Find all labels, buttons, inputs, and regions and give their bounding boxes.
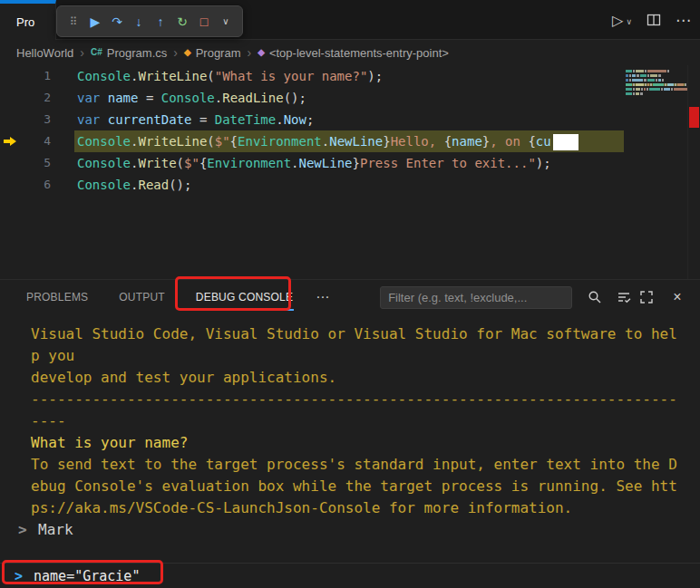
minimap-line bbox=[626, 74, 685, 77]
chevron-right-icon: › bbox=[173, 45, 178, 60]
panel-tab-debug-console[interactable]: DEBUG CONSOLE bbox=[180, 280, 308, 314]
line-number: 2 bbox=[27, 87, 51, 109]
breakpoint-gutter-current[interactable] bbox=[0, 130, 27, 152]
console-input-echo: >Mark bbox=[38, 519, 693, 541]
filter-lines-icon bbox=[617, 290, 631, 304]
code-editor: 1Console.WriteLine("What is your name?")… bbox=[0, 65, 700, 279]
code-line-5[interactable]: 5Console.Write($"{Environment.NewLine}Pr… bbox=[0, 152, 624, 174]
console-output-line: develop and test your applications. bbox=[31, 367, 685, 389]
breadcrumb-item[interactable]: ◆<top-level-statements-entry-point> bbox=[258, 46, 449, 60]
code-text: var name = Console.ReadLine(); bbox=[51, 87, 306, 109]
minimap-line bbox=[626, 79, 685, 82]
debug-line-marker bbox=[689, 107, 699, 128]
code-line-1[interactable]: 1Console.WriteLine("What is your name?")… bbox=[0, 65, 624, 87]
code-text: Console.Read(); bbox=[51, 174, 191, 196]
chevron-down-icon: ∨ bbox=[626, 17, 632, 26]
console-output[interactable]: Visual Studio Code, Visual Studio or Vis… bbox=[0, 314, 700, 564]
console-output-line: Visual Studio Code, Visual Studio or Vis… bbox=[31, 323, 685, 367]
input-echo-arrow-icon: > bbox=[18, 519, 27, 541]
minimap-line bbox=[626, 88, 685, 91]
code-line-6[interactable]: 6Console.Read(); bbox=[0, 174, 624, 196]
breadcrumb-item[interactable]: ◆Program bbox=[184, 46, 241, 60]
panel-tab-output[interactable]: OUTPUT bbox=[103, 280, 180, 314]
filter-options-button[interactable] bbox=[614, 287, 634, 307]
console-output-line: What is your name? bbox=[31, 432, 685, 454]
minimap-line bbox=[626, 83, 685, 86]
breakpoint-gutter[interactable] bbox=[0, 65, 27, 87]
breadcrumb-label: <top-level-statements-entry-point> bbox=[269, 46, 449, 60]
code-text: Console.WriteLine($"{Environment.NewLine… bbox=[51, 130, 578, 152]
search-icon bbox=[588, 290, 602, 304]
symbol-method-icon: ◆ bbox=[258, 48, 265, 57]
step-into-button[interactable]: ↓ bbox=[128, 10, 150, 34]
chevron-right-icon: › bbox=[80, 45, 84, 60]
panel-tab-problems[interactable]: PROBLEMS bbox=[11, 280, 103, 314]
debug-console-input[interactable]: > name="Gracie" bbox=[0, 563, 700, 588]
editor-actions: ▷ ∨ ⋯ bbox=[612, 0, 691, 40]
breadcrumb-label: Program bbox=[196, 46, 241, 60]
play-icon: ▷ bbox=[612, 12, 623, 29]
split-editor-button[interactable] bbox=[647, 13, 661, 27]
continue-button[interactable]: ▶ bbox=[84, 10, 106, 34]
code-line-4[interactable]: 4Console.WriteLine($"{Environment.NewLin… bbox=[0, 130, 624, 152]
line-number: 1 bbox=[27, 65, 51, 87]
breadcrumb-label: HelloWorld bbox=[16, 46, 73, 60]
drag-handle[interactable]: ⠿ bbox=[63, 10, 84, 34]
close-panel-button[interactable]: × bbox=[667, 287, 687, 307]
maximize-panel-button[interactable] bbox=[637, 287, 656, 307]
symbol-class-icon: ◆ bbox=[184, 48, 191, 57]
restart-button[interactable]: ↻ bbox=[171, 10, 193, 34]
breakpoint-gutter[interactable] bbox=[0, 109, 27, 130]
panel-tabs: PROBLEMSOUTPUTDEBUG CONSOLE bbox=[11, 280, 308, 314]
breakpoint-gutter[interactable] bbox=[0, 152, 27, 174]
minimap[interactable] bbox=[624, 65, 687, 279]
debug-current-line-arrow-icon bbox=[4, 137, 16, 146]
console-input-text[interactable]: name="Gracie" bbox=[34, 568, 140, 584]
breadcrumb-label: Program.cs bbox=[107, 46, 167, 60]
panel-header: PROBLEMSOUTPUTDEBUG CONSOLE ⋯ bbox=[0, 280, 700, 314]
code-text: var currentDate = DateTime.Now; bbox=[51, 109, 314, 130]
line-number: 4 bbox=[27, 130, 51, 152]
more-dropdown-button[interactable]: ∨ bbox=[215, 10, 237, 34]
line-number: 5 bbox=[27, 152, 51, 174]
tab-program-cs[interactable]: Pro bbox=[0, 0, 56, 40]
console-output-line: ----------------------------------------… bbox=[31, 389, 685, 432]
debug-toolbar: ⠿▶↷↓↑↻□∨ bbox=[56, 5, 243, 37]
breakpoint-gutter[interactable] bbox=[0, 87, 27, 109]
chevron-right-icon: › bbox=[248, 45, 252, 60]
step-out-button[interactable]: ↑ bbox=[150, 10, 171, 34]
split-editor-icon bbox=[647, 13, 661, 27]
code-line-3[interactable]: 3var currentDate = DateTime.Now; bbox=[0, 109, 624, 130]
step-over-button[interactable]: ↷ bbox=[106, 10, 128, 34]
editor-tab-bar: Pro ▷ ∨ ⋯ ⠿▶↷↓↑↻□∨ bbox=[0, 0, 700, 40]
search-button[interactable] bbox=[585, 287, 605, 307]
minimap-line bbox=[626, 92, 685, 95]
console-prompt-icon: > bbox=[15, 568, 23, 584]
run-or-debug-button[interactable]: ▷ ∨ bbox=[612, 12, 632, 29]
code-text: Console.WriteLine("What is your name?"); bbox=[51, 65, 383, 87]
overview-ruler bbox=[687, 65, 700, 279]
breadcrumb-item[interactable]: HelloWorld bbox=[16, 46, 73, 60]
csharp-file-icon: C# bbox=[91, 48, 102, 57]
filter-input[interactable] bbox=[380, 286, 572, 309]
editor-more-actions-button[interactable]: ⋯ bbox=[676, 11, 691, 30]
maximize-panel-icon bbox=[639, 290, 654, 304]
line-number: 3 bbox=[27, 109, 51, 130]
breakpoint-gutter[interactable] bbox=[0, 174, 27, 196]
panel-more-tabs-button[interactable]: ⋯ bbox=[308, 289, 336, 305]
code-line-2[interactable]: 2var name = Console.ReadLine(); bbox=[0, 87, 624, 109]
breadcrumb-item[interactable]: C#Program.cs bbox=[91, 46, 167, 60]
breadcrumb: HelloWorld›C#Program.cs›◆Program›◆<top-l… bbox=[0, 40, 700, 65]
stop-button[interactable]: □ bbox=[193, 10, 215, 34]
clipped-text-block bbox=[553, 134, 578, 150]
console-output-line: To send text to the target process's sta… bbox=[31, 454, 685, 519]
bottom-panel: PROBLEMSOUTPUTDEBUG CONSOLE ⋯ bbox=[0, 279, 700, 588]
vscode-window: Pro ▷ ∨ ⋯ ⠿▶↷↓↑↻□∨ HelloWorld›C#Program.… bbox=[0, 0, 700, 588]
tab-label: Pro bbox=[16, 15, 34, 29]
code-area: 1Console.WriteLine("What is your name?")… bbox=[0, 65, 624, 196]
minimap-line bbox=[626, 70, 685, 72]
line-number: 6 bbox=[27, 174, 51, 196]
code-text: Console.Write($"{Environment.NewLine}Pre… bbox=[51, 152, 551, 174]
